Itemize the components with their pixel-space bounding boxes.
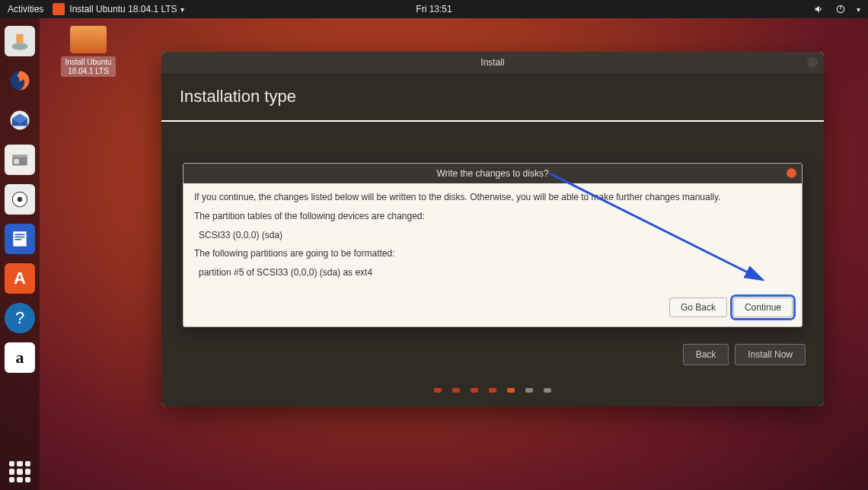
dock-item-amazon[interactable]: a — [5, 342, 35, 373]
install-now-button[interactable]: Install Now — [735, 344, 806, 365]
dock-item-thunderbird[interactable] — [5, 105, 35, 135]
dialog-device-item: SCSI33 (0,0,0) (sda) — [199, 229, 791, 242]
ubuntu-installer-icon — [53, 3, 65, 15]
dialog-titlebar[interactable]: Write the changes to disks? — [183, 164, 802, 183]
svg-rect-13 — [15, 234, 25, 236]
installer-heading: Installation type — [161, 73, 824, 120]
continue-button[interactable]: Continue — [733, 298, 793, 317]
clock[interactable]: Fri 13:51 — [416, 4, 452, 14]
top-panel: Activities Install Ubuntu 18.04.1 LTS Fr… — [0, 0, 868, 18]
confirm-dialog: Write the changes to disks? If you conti… — [183, 163, 803, 327]
step-dot — [544, 388, 551, 393]
activities-button[interactable]: Activities — [8, 4, 43, 14]
dialog-devices-heading: The partition tables of the following de… — [194, 210, 791, 223]
go-back-button[interactable]: Go Back — [669, 298, 727, 317]
svg-rect-14 — [15, 237, 25, 238]
installer-window: Install Installation type This computer … — [161, 52, 824, 406]
desktop-icon-label: Install Ubuntu 18.04.1 LTS — [61, 56, 116, 77]
back-button[interactable]: Back — [683, 344, 729, 365]
step-dot — [434, 388, 442, 393]
installer-disc-icon — [70, 26, 107, 53]
svg-point-11 — [18, 197, 23, 202]
focused-app-menu[interactable]: Install Ubuntu 18.04.1 LTS — [53, 3, 183, 15]
power-icon[interactable] — [835, 4, 846, 14]
wizard-progress-dots — [161, 388, 824, 393]
volume-icon[interactable] — [814, 4, 825, 14]
svg-rect-7 — [12, 155, 27, 158]
focused-app-title: Install Ubuntu 18.04.1 LTS — [69, 4, 183, 14]
dock-item-help[interactable]: ? — [5, 303, 35, 333]
svg-rect-3 — [16, 34, 23, 43]
dock-item-ubuntu-software[interactable]: A — [5, 263, 35, 294]
dialog-partition-item: partition #5 of SCSI33 (0,0,0) (sda) as … — [199, 266, 791, 279]
step-dot — [471, 388, 478, 393]
svg-point-2 — [12, 43, 28, 49]
dialog-title: Write the changes to disks? — [436, 168, 548, 179]
step-dot — [452, 388, 460, 393]
launcher-dock: A ? a — [0, 18, 40, 490]
dock-item-rhythmbox[interactable] — [5, 184, 35, 215]
window-titlebar[interactable]: Install — [161, 52, 824, 73]
dock-item-files[interactable] — [5, 145, 35, 175]
step-dot — [489, 388, 496, 393]
dock-item-libreoffice-writer[interactable] — [5, 224, 35, 254]
dialog-body: If you continue, the changes listed belo… — [183, 183, 802, 294]
system-menu-chevron-icon[interactable]: ▾ — [857, 5, 860, 14]
desktop-icon-install-ubuntu[interactable]: Install Ubuntu 18.04.1 LTS — [61, 26, 116, 77]
dialog-warning-text: If you continue, the changes listed belo… — [194, 191, 791, 204]
dialog-close-icon[interactable] — [787, 168, 796, 178]
dock-item-installer[interactable] — [5, 26, 35, 56]
step-dot — [525, 388, 533, 393]
show-applications-button[interactable] — [9, 461, 30, 482]
dialog-partitions-heading: The following partitions are going to be… — [194, 247, 791, 260]
svg-rect-15 — [15, 239, 22, 240]
window-title: Install — [480, 57, 504, 68]
window-close-icon[interactable] — [807, 57, 818, 68]
dock-item-firefox[interactable] — [5, 65, 35, 96]
svg-rect-8 — [14, 159, 19, 164]
step-dot-current — [507, 388, 515, 393]
